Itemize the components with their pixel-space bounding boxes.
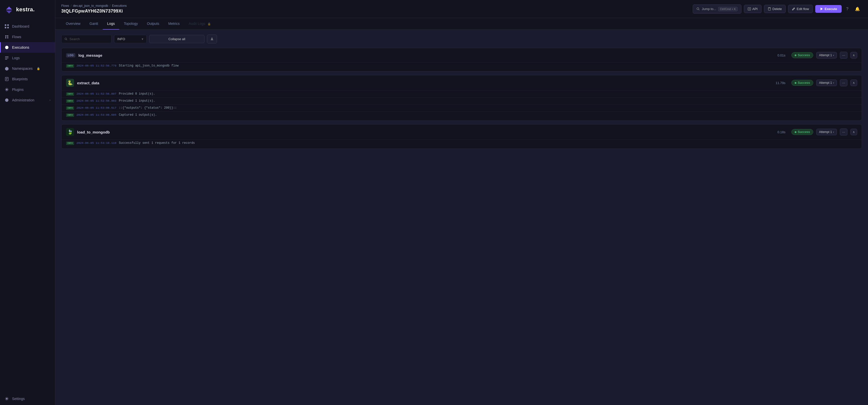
log-timestamp: 2024-06-05 11:53:08.685 (76, 113, 117, 116)
tab-topology[interactable]: Topology (119, 18, 143, 30)
svg-rect-10 (5, 57, 8, 57)
log-message-text: Captured 1 output(s). (119, 113, 157, 117)
sidebar-item-dashboard-label: Dashboard (12, 24, 29, 28)
log-card-extract-data: 🐍 extract_data 11.79s Success Attempt 1 … (61, 75, 862, 121)
log-card-extract-data-attempt[interactable]: Attempt 1 ▾ (816, 79, 837, 86)
sidebar-item-settings[interactable]: Settings (0, 394, 55, 403)
sidebar-item-administration-label: Administration (12, 98, 34, 102)
log-card-log-message-header[interactable]: LOG log_message 0.01s Success Attempt 1 … (62, 48, 862, 62)
level-chevron-icon: ▾ (142, 37, 144, 41)
svg-rect-14 (6, 78, 7, 78)
logs-icon (4, 56, 9, 60)
log-card-load-to-mongodb-attempt[interactable]: Attempt 1 ▾ (816, 129, 837, 135)
log-card-load-to-mongodb-duration: 0.18s (777, 130, 785, 134)
svg-point-18 (6, 100, 7, 101)
log-card-log-message-status-label: Success (798, 54, 810, 57)
tab-outputs-label: Outputs (147, 22, 159, 26)
log-card-log-message-expand-button[interactable]: ∧ (850, 52, 857, 59)
svg-point-24 (65, 38, 67, 40)
execute-button[interactable]: Execute (815, 5, 842, 13)
sidebar-item-administration[interactable]: Administration › (0, 95, 55, 105)
breadcrumb-flow-name: dev.api_json_to_mongodb (73, 4, 108, 7)
sidebar-item-executions[interactable]: Executions (0, 42, 55, 53)
namespaces-icon (4, 66, 9, 71)
executions-icon (4, 45, 9, 50)
log-card-log-message-more-button[interactable]: ··· (840, 52, 847, 59)
tab-logs[interactable]: Logs (103, 18, 119, 30)
api-icon (748, 7, 751, 10)
jump-to-kbd: Ctrl/Cmd + K (718, 7, 737, 11)
breadcrumb-sep2: / (110, 4, 111, 7)
log-level-value: INFO (117, 37, 125, 41)
log-card-load-to-mongodb-header[interactable]: 🍃 load_to_mongodb 0.18s Success Attempt … (62, 125, 862, 139)
log-card-load-to-mongodb-expand-button[interactable]: ∧ (850, 129, 857, 135)
log-card-log-message: LOG log_message 0.01s Success Attempt 1 … (61, 48, 862, 71)
log-card-extract-data-header[interactable]: 🐍 extract_data 11.79s Success Attempt 1 … (62, 75, 862, 90)
sidebar: kestra. Dashboard Flows (0, 0, 55, 405)
sidebar-item-namespaces-label: Namespaces (12, 67, 33, 70)
svg-point-19 (6, 398, 7, 400)
tab-topology-label: Topology (124, 22, 138, 26)
tab-metrics-label: Metrics (168, 22, 180, 26)
sidebar-item-namespaces[interactable]: Namespaces 🔒 (0, 63, 55, 74)
log-card-extract-data-entries: INFO 2024-06-05 11:52:56.897 Provided 0 … (62, 90, 862, 121)
log-timestamp: 2024-06-05 11:52:56.779 (76, 64, 117, 67)
log-card-load-to-mongodb-entries: INFO 2024-06-05 11:53:10.110 Successfull… (62, 139, 862, 148)
tab-metrics[interactable]: Metrics (164, 18, 184, 30)
log-card-extract-data-more-button[interactable]: ··· (840, 79, 847, 86)
help-button[interactable]: ? (844, 5, 850, 13)
log-level-select[interactable]: INFO ▾ (114, 35, 147, 43)
tabs-bar: Overview Gantt Logs Topology Outputs Met… (55, 18, 868, 30)
log-message-text: Provided 1 input(s). (119, 99, 155, 103)
log-card-log-message-name: log_message (79, 53, 102, 58)
sidebar-item-flows[interactable]: Flows (0, 32, 55, 42)
notifications-button[interactable]: 🔔 (853, 4, 862, 13)
breadcrumb-sep1: / (70, 4, 71, 7)
log-card-extract-data-expand-button[interactable]: ∧ (850, 79, 857, 86)
sidebar-item-plugins[interactable]: Plugins (0, 84, 55, 95)
search-input[interactable] (69, 37, 108, 41)
sidebar-item-flows-label: Flows (12, 35, 21, 39)
flows-icon (4, 35, 9, 39)
sidebar-item-logs[interactable]: Logs (0, 53, 55, 63)
collapse-all-label: Collapse all (168, 37, 185, 41)
tab-gantt-label: Gantt (89, 22, 98, 26)
namespaces-lock-icon: 🔒 (37, 67, 40, 70)
success-dot (795, 131, 797, 133)
sidebar-item-dashboard[interactable]: Dashboard (0, 21, 55, 32)
sidebar-item-blueprints[interactable]: Blueprints (0, 74, 55, 84)
log-timestamp: 2024-06-05 11:53:10.110 (76, 141, 117, 144)
attempt-label: Attempt 1 (819, 81, 832, 85)
log-card-extract-data-status-label: Success (798, 81, 810, 85)
page-title: 3tQLFGpwAYH6Z0N73799Xi (61, 8, 689, 14)
attempt-chevron-icon: ▾ (833, 54, 834, 57)
tab-gantt[interactable]: Gantt (85, 18, 102, 30)
tab-audit-logs-label: Audit Logs (189, 22, 205, 26)
extract-data-icon: 🐍 (66, 79, 74, 87)
delete-button[interactable]: Delete (764, 5, 786, 13)
log-card-log-message-status: Success (792, 52, 813, 58)
info-badge: INFO (66, 141, 74, 145)
log-card-extract-data-status: Success (792, 80, 813, 86)
edit-icon (792, 7, 795, 10)
attempt-chevron-icon: ▾ (833, 81, 834, 84)
collapse-all-button[interactable]: Collapse all (149, 35, 205, 43)
delete-icon (768, 7, 771, 10)
edit-flow-button[interactable]: Edit flow (788, 5, 813, 13)
log-message-text: Starting api_json_to_mongodb flow (119, 64, 179, 67)
api-label: API (752, 7, 758, 11)
sidebar-item-plugins-label: Plugins (12, 88, 24, 92)
tab-audit-logs: Audit Logs 🔒 (184, 18, 216, 30)
api-button[interactable]: API (744, 5, 762, 13)
tab-overview[interactable]: Overview (61, 18, 85, 30)
settings-icon (4, 397, 9, 401)
tab-outputs[interactable]: Outputs (143, 18, 164, 30)
log-type-tag: LOG (66, 53, 75, 58)
nav-list: Dashboard Flows Executions (0, 19, 55, 405)
log-card-load-to-mongodb-more-button[interactable]: ··· (840, 129, 847, 135)
search-box[interactable] (61, 35, 112, 43)
svg-rect-3 (7, 24, 9, 26)
jump-to-button[interactable]: Jump to... Ctrl/Cmd + K (693, 4, 741, 13)
download-button[interactable] (207, 35, 217, 43)
log-card-log-message-attempt[interactable]: Attempt 1 ▾ (816, 52, 837, 59)
